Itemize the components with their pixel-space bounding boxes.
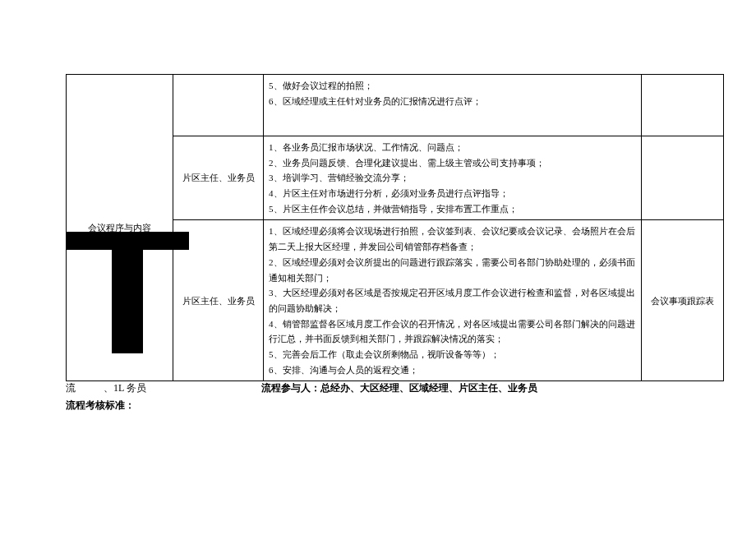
cell-content: 1、各业务员汇报市场状况、工作情况、问题点；2、业务员问题反馈、合理化建议提出、…: [264, 136, 642, 220]
footer-section: 流 、1L 务员 流程参与人：总经办、大区经理、区域经理、片区主任、业务员 流程…: [66, 380, 723, 413]
footer-participants-value: 总经办、大区经理、区域经理、片区主任、业务员: [320, 382, 537, 394]
col-meeting-process-label: 会议程序与内容: [67, 75, 173, 381]
footer-left-text: 流: [66, 380, 76, 396]
footer-participants-label: 流程参与人：: [261, 382, 320, 394]
footer-line-1: 流 、1L 务员 流程参与人：总经办、大区经理、区域经理、片区主任、业务员: [66, 380, 723, 396]
cell-attachment: [642, 136, 724, 220]
footer-line-2: 流程考核标准：: [66, 398, 723, 413]
label-text: 会议程序与内容: [88, 223, 151, 233]
cell-attachment: 会议事项跟踪表: [642, 220, 724, 381]
cell-role: 片区主任、业务员: [173, 136, 264, 220]
meeting-process-table: 会议程序与内容 5、做好会议过程的拍照；6、区域经理或主任针对业务员的汇报情况进…: [66, 74, 724, 381]
cell-attachment: [642, 75, 724, 136]
cell-role: [173, 75, 264, 136]
content-text: 1、各业务员汇报市场状况、工作情况、问题点；2、业务员问题反馈、合理化建议提出、…: [269, 142, 545, 214]
cell-content: 5、做好会议过程的拍照；6、区域经理或主任针对业务员的汇报情况进行点评；: [264, 75, 642, 136]
table-row: 会议程序与内容 5、做好会议过程的拍照；6、区域经理或主任针对业务员的汇报情况进…: [67, 75, 724, 136]
footer-participants: 流程参与人：总经办、大区经理、区域经理、片区主任、业务员: [261, 380, 537, 396]
content-text: 5、做好会议过程的拍照；6、区域经理或主任针对业务员的汇报情况进行点评；: [269, 81, 482, 106]
content-text: 1、区域经理必须将会议现场进行拍照，会议签到表、会议纪要或会议记录、会场照片在会…: [269, 226, 635, 374]
footer-mid-text: 、1L 务员: [104, 380, 146, 396]
cell-role: 片区主任、业务员: [173, 220, 264, 381]
cell-content: 1、区域经理必须将会议现场进行拍照，会议签到表、会议纪要或会议记录、会场照片在会…: [264, 220, 642, 381]
